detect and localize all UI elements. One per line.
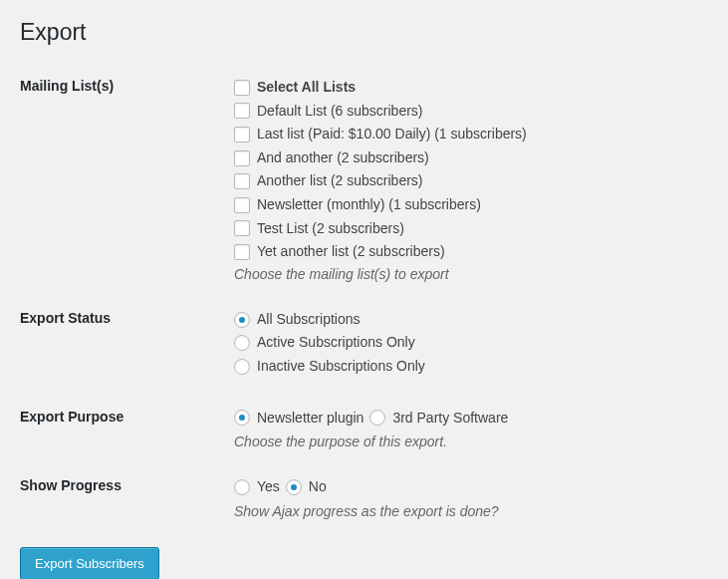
radio-status-active[interactable]: Active Subscriptions Only	[234, 333, 708, 353]
radio-purpose-thirdparty[interactable]: 3rd Party Software	[369, 409, 508, 429]
field-mailing-lists: Select All Lists Default List (6 subscri…	[234, 78, 708, 282]
row-export-status: Export Status All Subscriptions Active S…	[20, 310, 708, 381]
checkbox-icon	[234, 127, 250, 143]
checkbox-list-item[interactable]: Default List (6 subscribers)	[234, 102, 708, 122]
radio-icon	[234, 410, 250, 426]
checkbox-icon	[234, 197, 250, 213]
radio-progress-yes[interactable]: Yes	[234, 477, 280, 497]
radio-label: Yes	[257, 477, 280, 497]
label-export-status: Export Status	[20, 310, 234, 326]
radio-label: No	[309, 477, 327, 497]
list-item-label: Last list (Paid: $10.00 Daily) (1 subscr…	[257, 125, 527, 145]
radio-label: All Subscriptions	[257, 310, 361, 330]
checkbox-list-item[interactable]: Last list (Paid: $10.00 Daily) (1 subscr…	[234, 125, 708, 145]
list-item-label: Yet another list (2 subscribers)	[257, 242, 445, 262]
row-export-purpose: Export Purpose Newsletter plugin 3rd Par…	[20, 409, 708, 450]
label-mailing-lists: Mailing List(s)	[20, 78, 234, 94]
row-mailing-lists: Mailing List(s) Select All Lists Default…	[20, 78, 708, 282]
radio-icon	[369, 410, 385, 426]
radio-icon	[234, 479, 250, 495]
radio-progress-no[interactable]: No	[286, 477, 327, 497]
radio-status-all[interactable]: All Subscriptions	[234, 310, 708, 330]
page-title: Export	[20, 10, 708, 50]
checkbox-list-item[interactable]: Yet another list (2 subscribers)	[234, 242, 708, 262]
list-item-label: And another (2 subscribers)	[257, 148, 429, 168]
list-item-label: Newsletter (monthly) (1 subscribers)	[257, 195, 481, 215]
field-show-progress: Yes No Show Ajax progress as the export …	[234, 477, 708, 519]
list-item-label: Another list (2 subscribers)	[257, 171, 423, 191]
radio-purpose-newsletter[interactable]: Newsletter plugin	[234, 409, 364, 429]
select-all-label: Select All Lists	[257, 78, 356, 98]
checkbox-icon	[234, 173, 250, 189]
label-export-purpose: Export Purpose	[20, 409, 234, 425]
row-show-progress: Show Progress Yes No Show Ajax progress …	[20, 477, 708, 519]
label-show-progress: Show Progress	[20, 477, 234, 493]
checkbox-icon	[234, 103, 250, 119]
radio-icon	[234, 312, 250, 328]
checkbox-select-all[interactable]: Select All Lists	[234, 78, 708, 98]
checkbox-list-item[interactable]: And another (2 subscribers)	[234, 148, 708, 168]
checkbox-icon	[234, 220, 250, 236]
radio-icon	[234, 335, 250, 351]
help-export-purpose: Choose the purpose of this export.	[234, 434, 708, 449]
checkbox-list-item[interactable]: Test List (2 subscribers)	[234, 219, 708, 239]
radio-label: 3rd Party Software	[392, 409, 508, 429]
checkbox-icon	[234, 244, 250, 260]
export-subscribers-button[interactable]: Export Subscribers	[20, 547, 159, 579]
radio-label: Inactive Subscriptions Only	[257, 357, 425, 377]
radio-label: Newsletter plugin	[257, 409, 364, 429]
help-show-progress: Show Ajax progress as the export is done…	[234, 503, 708, 519]
checkbox-icon	[234, 80, 250, 96]
checkbox-list-item[interactable]: Newsletter (monthly) (1 subscribers)	[234, 195, 708, 215]
radio-status-inactive[interactable]: Inactive Subscriptions Only	[234, 357, 708, 377]
checkbox-list-item[interactable]: Another list (2 subscribers)	[234, 171, 708, 191]
checkbox-icon	[234, 150, 250, 166]
radio-label: Active Subscriptions Only	[257, 333, 415, 353]
list-item-label: Test List (2 subscribers)	[257, 219, 404, 239]
radio-icon	[234, 359, 250, 375]
help-mailing-lists: Choose the mailing list(s) to export	[234, 266, 708, 282]
field-export-status: All Subscriptions Active Subscriptions O…	[234, 310, 708, 381]
radio-icon	[286, 479, 302, 495]
list-item-label: Default List (6 subscribers)	[257, 102, 423, 122]
field-export-purpose: Newsletter plugin 3rd Party Software Cho…	[234, 409, 708, 450]
